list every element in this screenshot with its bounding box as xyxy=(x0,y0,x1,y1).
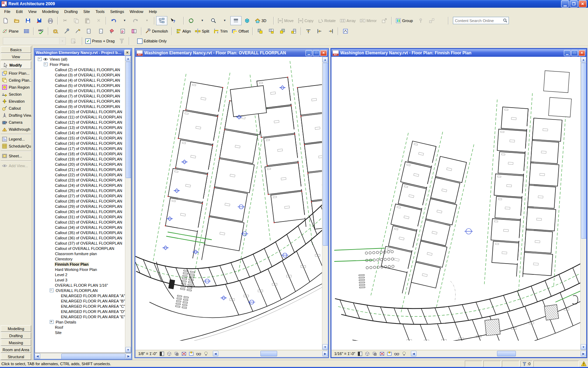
crop-region-icon[interactable] xyxy=(181,351,187,356)
reveal-hidden-elements-icon[interactable] xyxy=(401,351,407,356)
tree-item[interactable]: Callout (13) of OVERALL FLOORPLAN xyxy=(35,125,125,130)
design-tab-basics[interactable]: Basics xyxy=(1,46,31,53)
sidebar-item-elevation[interactable]: Elevation xyxy=(1,98,31,105)
demolish-button[interactable]: Demolish xyxy=(143,27,170,36)
tree-item[interactable]: ENLARGED FLOOR PLAN AREA "A" xyxy=(35,293,125,298)
tree-item[interactable]: Callout (14) of OVERALL FLOORPLAN xyxy=(35,130,125,135)
scroll-right-icon[interactable]: ▶ xyxy=(581,351,586,356)
tree-item[interactable]: Callout (10) of OVERALL FLOORPLAN xyxy=(35,109,125,114)
tree-item[interactable]: Callout (6) of OVERALL FLOORPLAN xyxy=(35,88,125,93)
window2-vertical-scrollbar[interactable]: ▲ ▼ xyxy=(580,57,586,350)
tree-item[interactable]: Callout (23) of OVERALL FLOORPLAN xyxy=(35,177,125,183)
tree-item[interactable]: Callout (37) of OVERALL FLOORPLAN xyxy=(35,240,125,246)
door-right-button[interactable] xyxy=(95,27,106,36)
sidebar-item-sheet[interactable]: Sheet... xyxy=(1,152,31,159)
tree-item[interactable]: Site xyxy=(35,330,125,335)
window1-vertical-scrollbar[interactable]: ▲ ▼ xyxy=(322,57,328,350)
tree-item[interactable]: Callout (35) of OVERALL FLOORPLAN xyxy=(35,230,125,235)
window1-minimize-button[interactable]: ▁ xyxy=(306,50,312,56)
window1-horizontal-scrollbar[interactable]: ◀ ▶ xyxy=(213,351,328,357)
tree-item[interactable]: Callout (15) of OVERALL FLOORPLAN xyxy=(35,135,125,141)
tree-item[interactable]: Callout (29) of OVERALL FLOORPLAN xyxy=(35,204,125,209)
design-tab-room-and-area[interactable]: Room and Area xyxy=(1,346,31,353)
tree-item[interactable]: Callout (11) of OVERALL FLOORPLAN xyxy=(35,114,125,120)
window2-titlebar[interactable]: Washington Elementary Nancy.rvt - Floor … xyxy=(331,49,586,57)
new-button[interactable] xyxy=(0,16,11,25)
sidebar-item-walkthrough[interactable]: Walkthrough xyxy=(1,126,31,133)
title-bar[interactable]: Revit Architecture 2009 ▁ ❐ ✕ xyxy=(0,0,588,8)
wall-joins-button[interactable] xyxy=(303,27,314,36)
dynamic-view-button[interactable] xyxy=(186,16,197,25)
tree-item[interactable]: Callout (5) of OVERALL FLOORPLAN xyxy=(35,83,125,88)
floorplan-canvas-1[interactable] xyxy=(135,57,322,350)
restore-button[interactable]: ❐ xyxy=(570,0,578,7)
scroll-up-icon[interactable]: ▲ xyxy=(322,57,328,62)
tree-item[interactable]: OVERALL FLOORPLAN xyxy=(35,288,125,293)
floorplan-canvas-2[interactable] xyxy=(331,57,580,350)
menu-window[interactable]: Window xyxy=(127,8,146,15)
design-tab-drafting[interactable]: Drafting xyxy=(1,332,31,339)
tree-item[interactable]: Callout (8) of OVERALL FLOORPLAN xyxy=(35,98,125,104)
tree-item[interactable]: Floor Plans xyxy=(35,62,125,67)
menu-file[interactable]: File xyxy=(1,8,13,15)
offset-button[interactable]: Offset xyxy=(230,27,251,36)
design-tab-structural[interactable]: Structural xyxy=(1,353,31,360)
menu-view[interactable]: View xyxy=(26,8,40,15)
project-browser-titlebar[interactable]: Washington Elementary Nancy.rvt - Projec… xyxy=(35,49,131,56)
sidebar-item-schedule[interactable]: Schedule/Quan... xyxy=(1,143,31,150)
tree-item[interactable]: Callout (24) of OVERALL FLOORPLAN xyxy=(35,183,125,188)
scroll-up-icon[interactable]: ▲ xyxy=(581,57,586,62)
tree-item[interactable]: Callout (9) of OVERALL FLOORPLAN xyxy=(35,104,125,109)
expander-icon[interactable] xyxy=(50,320,54,324)
context-help-button[interactable] xyxy=(167,16,178,25)
edit-cut-profile-button[interactable] xyxy=(325,27,336,36)
menu-modelling[interactable]: Modelling xyxy=(39,8,61,15)
scroll-down-icon[interactable]: ▼ xyxy=(125,347,131,353)
model-graphics-style-icon[interactable] xyxy=(167,351,172,356)
tree-item[interactable]: Callout (34) of OVERALL FLOORPLAN xyxy=(35,225,125,230)
align-button[interactable]: Align xyxy=(174,27,193,36)
decal-button[interactable] xyxy=(117,27,128,36)
dynamic-view-dropdown[interactable]: ▼ xyxy=(197,16,208,25)
tree-item[interactable]: Level 3 xyxy=(35,277,125,282)
tree-item[interactable]: Finnish Floor Plan xyxy=(35,261,125,267)
split-button[interactable]: Split xyxy=(193,27,211,36)
shadows-icon[interactable] xyxy=(372,351,377,356)
filter-status-cell[interactable]: :0 xyxy=(520,361,532,367)
temporary-hide-isolate-icon[interactable] xyxy=(196,351,201,356)
save-button[interactable] xyxy=(22,16,34,25)
sidebar-item-camera[interactable]: Camera xyxy=(1,119,31,126)
sidebar-item-section[interactable]: Section xyxy=(1,91,31,98)
pick-button[interactable] xyxy=(61,27,72,36)
scale-control[interactable]: 1/16" = 1'-0" xyxy=(334,352,355,356)
cut-geometry-button[interactable] xyxy=(277,27,288,36)
crop-region-icon[interactable] xyxy=(379,351,385,356)
tree-item[interactable]: Callout (2) of OVERALL FLOORPLAN xyxy=(35,67,125,72)
window1-vscroll-thumb[interactable] xyxy=(323,63,328,246)
press-drag-checkbox[interactable]: ✓Press + Drag xyxy=(84,39,116,44)
work-plane-button[interactable]: Plane xyxy=(0,27,21,36)
menu-edit[interactable]: Edit xyxy=(13,8,26,15)
tree-item[interactable]: Callout (22) of OVERALL FLOORPLAN xyxy=(35,172,125,177)
undo-button[interactable] xyxy=(108,16,119,25)
show-crop-region-icon[interactable] xyxy=(189,351,194,356)
design-tab-massing[interactable]: Massing xyxy=(1,339,31,346)
tree-item[interactable]: Callout (28) of OVERALL FLOORPLAN xyxy=(35,198,125,204)
print-button[interactable] xyxy=(45,16,56,25)
window2-vscroll-thumb[interactable] xyxy=(581,63,586,239)
tree-item[interactable]: Hard Working Floor Plan xyxy=(35,267,125,272)
tree-item[interactable]: Level 2 xyxy=(35,272,125,277)
tree-item[interactable]: Clerestory xyxy=(35,256,125,261)
tree-item[interactable]: Callout of OVERALL FLOORPLAN xyxy=(35,246,125,251)
tree-item[interactable]: Roof xyxy=(35,325,125,330)
undo-dropdown[interactable]: ▼ xyxy=(119,16,130,25)
temporary-hide-isolate-icon[interactable] xyxy=(394,351,399,356)
door-left-button[interactable] xyxy=(84,27,95,36)
window2-hscroll-thumb[interactable] xyxy=(497,351,516,356)
menu-settings[interactable]: Settings xyxy=(107,8,127,15)
tree-item[interactable]: Callout (17) of OVERALL FLOORPLAN xyxy=(35,146,125,151)
trim-button[interactable]: Trim xyxy=(211,27,230,36)
design-tab-view[interactable]: View xyxy=(1,53,31,60)
zoom-dropdown[interactable]: ▼ xyxy=(219,16,230,25)
tree-item[interactable]: Callout (18) of OVERALL FLOORPLAN xyxy=(35,151,125,156)
